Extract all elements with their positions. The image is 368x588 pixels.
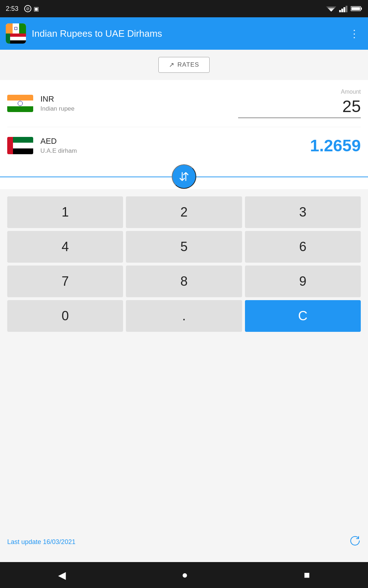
sd-card-icon: ▣ bbox=[34, 5, 39, 12]
refresh-button[interactable] bbox=[349, 535, 361, 549]
key-dot[interactable]: . bbox=[126, 300, 242, 332]
ashoka-chakra bbox=[18, 101, 23, 106]
divider-section bbox=[0, 164, 368, 189]
amount-value: 25 bbox=[342, 97, 361, 116]
key-6[interactable]: 6 bbox=[245, 231, 361, 263]
svg-rect-3 bbox=[339, 10, 341, 12]
status-bar-right bbox=[326, 5, 362, 12]
svg-rect-5 bbox=[343, 7, 345, 12]
aed-row: AED U.A.E dirham 1.2659 bbox=[7, 127, 361, 164]
inr-row: INR Indian rupee Amount 25 bbox=[7, 80, 361, 127]
app-logo bbox=[6, 23, 26, 44]
svg-rect-9 bbox=[351, 7, 360, 10]
keypad-row-3: 7 8 9 bbox=[7, 266, 361, 297]
menu-button[interactable]: ⋮ bbox=[346, 25, 362, 43]
status-bar: 2:53 ⊘ ▣ bbox=[0, 0, 368, 17]
last-update-text: Last update 16/03/2021 bbox=[7, 538, 75, 546]
home-button[interactable]: ● bbox=[171, 566, 199, 584]
aed-info: AED U.A.E dirham bbox=[40, 137, 238, 155]
rates-icon: ↗ bbox=[169, 61, 175, 69]
swap-icon bbox=[178, 170, 190, 183]
back-button[interactable]: ◀ bbox=[47, 566, 77, 585]
currency-section: INR Indian rupee Amount 25 AED U. bbox=[0, 80, 368, 164]
key-3[interactable]: 3 bbox=[245, 196, 361, 228]
inr-code: INR bbox=[40, 94, 238, 104]
wifi-icon bbox=[326, 5, 336, 12]
keypad: 1 2 3 4 5 6 7 8 9 0 . C bbox=[0, 189, 368, 332]
key-2[interactable]: 2 bbox=[126, 196, 242, 228]
amount-col[interactable]: Amount 25 bbox=[238, 89, 361, 118]
svg-marker-2 bbox=[329, 9, 333, 12]
svg-rect-8 bbox=[361, 8, 362, 10]
key-4[interactable]: 4 bbox=[7, 231, 123, 263]
main-content: ↗ RATES INR Indian rupee Amount 25 bbox=[0, 50, 368, 562]
inr-name: Indian rupee bbox=[40, 105, 238, 112]
aed-name: U.A.E dirham bbox=[40, 147, 238, 155]
result-value: 1.2659 bbox=[310, 136, 361, 155]
key-8[interactable]: 8 bbox=[126, 266, 242, 297]
inr-info: INR Indian rupee bbox=[40, 94, 238, 112]
result-col: 1.2659 bbox=[238, 136, 361, 155]
footer-row: Last update 16/03/2021 bbox=[0, 535, 368, 555]
app-bar: Indian Rupees to UAE Dirhams ⋮ bbox=[0, 17, 368, 50]
key-5[interactable]: 5 bbox=[126, 231, 242, 263]
app-title: Indian Rupees to UAE Dirhams bbox=[32, 28, 346, 39]
keypad-row-1: 1 2 3 bbox=[7, 196, 361, 228]
inr-flag-logo bbox=[6, 23, 26, 34]
battery-icon bbox=[351, 5, 362, 12]
footer: Last update 16/03/2021 bbox=[0, 332, 368, 562]
rates-label: RATES bbox=[178, 61, 199, 68]
aed-flag-logo bbox=[6, 34, 26, 44]
key-7[interactable]: 7 bbox=[7, 266, 123, 297]
bottom-nav: ◀ ● ■ bbox=[0, 562, 368, 588]
rates-container: ↗ RATES bbox=[0, 50, 368, 76]
key-0[interactable]: 0 bbox=[7, 300, 123, 332]
swap-button[interactable] bbox=[172, 164, 196, 189]
amount-label: Amount bbox=[341, 89, 361, 95]
svg-rect-6 bbox=[346, 6, 347, 12]
amount-underline bbox=[238, 117, 361, 118]
key-1[interactable]: 1 bbox=[7, 196, 123, 228]
key-9[interactable]: 9 bbox=[245, 266, 361, 297]
aed-flag bbox=[7, 137, 33, 154]
rates-button[interactable]: ↗ RATES bbox=[158, 57, 210, 73]
status-bar-left: 2:53 ⊘ ▣ bbox=[6, 5, 39, 13]
keypad-row-2: 4 5 6 bbox=[7, 231, 361, 263]
key-clear[interactable]: C bbox=[245, 300, 361, 332]
dnd-icon: ⊘ bbox=[24, 5, 31, 12]
svg-rect-4 bbox=[341, 9, 343, 12]
status-icons: ⊘ ▣ bbox=[24, 5, 39, 12]
recents-button[interactable]: ■ bbox=[293, 566, 321, 584]
signal-icon bbox=[339, 5, 348, 12]
aed-code: AED bbox=[40, 137, 238, 146]
inr-flag bbox=[7, 95, 33, 112]
status-time: 2:53 bbox=[6, 5, 18, 13]
keypad-row-4: 0 . C bbox=[7, 300, 361, 332]
